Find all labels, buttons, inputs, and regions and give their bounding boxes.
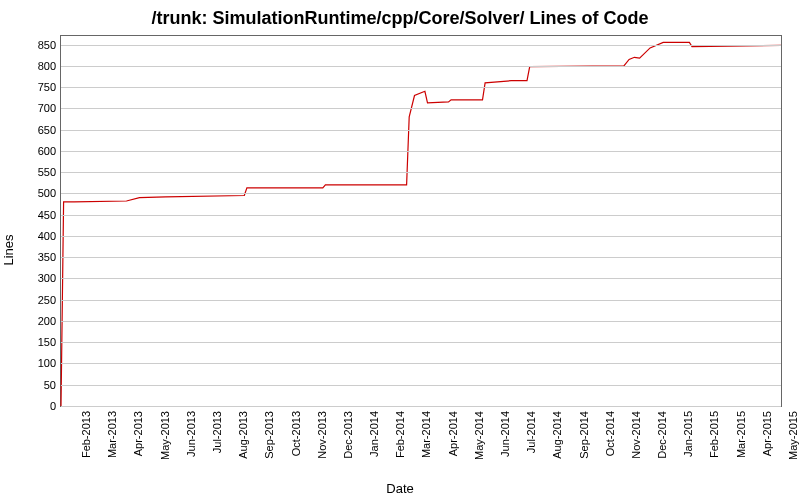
gridline-h — [61, 257, 781, 258]
x-tick: Apr-2013 — [126, 388, 140, 433]
gridline-h — [61, 172, 781, 173]
y-tick: 0 — [50, 400, 56, 412]
x-tick: Nov-2013 — [310, 387, 324, 435]
gridline-h — [61, 193, 781, 194]
y-tick: 650 — [38, 124, 56, 136]
plot-area: 0501001502002503003504004505005506006507… — [60, 35, 782, 407]
gridline-h — [61, 130, 781, 131]
x-tick: Dec-2014 — [650, 387, 664, 435]
x-tick: Jun-2013 — [179, 388, 193, 434]
gridline-h — [61, 236, 781, 237]
gridline-h — [61, 342, 781, 343]
y-tick: 400 — [38, 230, 56, 242]
y-tick: 150 — [38, 336, 56, 348]
x-tick: May-2015 — [781, 387, 795, 436]
x-tick: Aug-2013 — [231, 387, 245, 435]
x-tick: Jan-2014 — [362, 388, 376, 434]
x-tick: Jul-2013 — [205, 390, 219, 432]
gridline-h — [61, 66, 781, 67]
y-tick: 50 — [44, 379, 56, 391]
y-tick: 450 — [38, 209, 56, 221]
x-tick: Mar-2015 — [729, 387, 743, 434]
gridline-h — [61, 215, 781, 216]
x-tick: May-2014 — [467, 387, 481, 436]
x-tick: Jul-2014 — [519, 390, 533, 432]
y-axis-label: Lines — [1, 234, 16, 265]
y-tick: 250 — [38, 294, 56, 306]
x-tick: May-2013 — [153, 387, 167, 436]
line-series — [61, 36, 781, 406]
y-tick: 850 — [38, 39, 56, 51]
x-axis-label: Date — [0, 481, 800, 496]
x-tick: Nov-2014 — [624, 387, 638, 435]
y-tick: 500 — [38, 187, 56, 199]
x-tick: Mar-2014 — [414, 387, 428, 434]
x-tick: Jan-2015 — [676, 388, 690, 434]
gridline-h — [61, 300, 781, 301]
x-tick: Apr-2015 — [755, 388, 769, 433]
chart-title: /trunk: SimulationRuntime/cpp/Core/Solve… — [0, 8, 800, 29]
x-tick: Sep-2013 — [257, 387, 271, 435]
x-tick: Oct-2014 — [598, 388, 612, 433]
x-tick: Mar-2013 — [100, 387, 114, 434]
x-tick: Feb-2015 — [702, 387, 716, 434]
gridline-h — [61, 151, 781, 152]
x-tick: Dec-2013 — [336, 387, 350, 435]
x-tick: Sep-2014 — [572, 387, 586, 435]
y-tick: 200 — [38, 315, 56, 327]
x-tick: Feb-2013 — [74, 387, 88, 434]
y-tick: 100 — [38, 357, 56, 369]
y-tick: 750 — [38, 81, 56, 93]
y-tick: 350 — [38, 251, 56, 263]
y-tick: 600 — [38, 145, 56, 157]
y-tick: 300 — [38, 272, 56, 284]
x-tick: Oct-2013 — [284, 388, 298, 433]
chart-container: /trunk: SimulationRuntime/cpp/Core/Solve… — [0, 0, 800, 500]
y-tick: 800 — [38, 60, 56, 72]
gridline-h — [61, 278, 781, 279]
gridline-h — [61, 108, 781, 109]
gridline-h — [61, 363, 781, 364]
x-tick: Apr-2014 — [441, 388, 455, 433]
gridline-h — [61, 385, 781, 386]
x-tick: Jun-2014 — [493, 388, 507, 434]
x-tick: Feb-2014 — [388, 387, 402, 434]
gridline-h — [61, 321, 781, 322]
x-tick: Aug-2014 — [545, 387, 559, 435]
gridline-h — [61, 45, 781, 46]
y-tick: 700 — [38, 102, 56, 114]
gridline-h — [61, 87, 781, 88]
y-tick: 550 — [38, 166, 56, 178]
